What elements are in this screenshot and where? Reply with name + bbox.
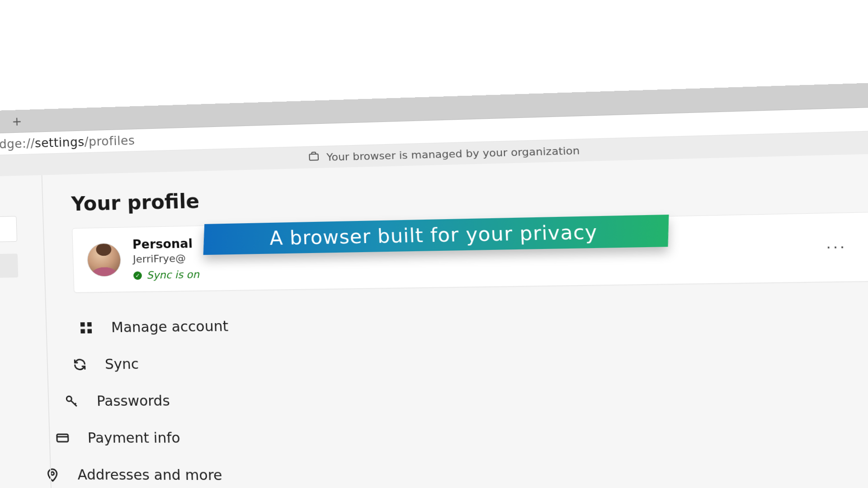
svg-rect-3 [80,329,85,333]
svg-rect-0 [310,154,319,160]
privacy-promo-text: A browser built for your privacy [269,221,598,249]
location-icon [43,467,62,482]
sync-status-label: Sync is on [146,268,200,281]
grid-icon [76,320,95,335]
addresses-label: Addresses and more [77,466,222,483]
url-host: settings [35,135,85,150]
manage-account-row[interactable]: Manage account [75,298,868,346]
manage-account-label: Manage account [111,318,228,335]
profile-more-button[interactable]: ··· [821,236,853,258]
sidebar-item-profiles[interactable] [0,253,18,278]
avatar [87,243,121,277]
profile-card: Personal JerriFrye@ Sync is on ··· Sign … [72,210,868,293]
sync-icon [71,357,90,372]
settings-content: Your profile + Add profile Personal Jerr… [0,150,868,488]
passwords-row[interactable]: Passwords [60,377,868,419]
check-circle-icon [133,271,142,280]
sync-label: Sync [105,356,139,372]
card-icon [53,430,72,445]
passwords-label: Passwords [96,393,170,409]
managed-by-org-text: Your browser is managed by your organiza… [326,144,580,163]
briefcase-icon [308,150,320,164]
new-tab-button[interactable]: + [9,113,25,129]
payment-info-label: Payment info [87,430,180,446]
key-icon [62,394,81,408]
svg-rect-6 [57,434,68,441]
sync-status: Sync is on [133,268,228,281]
svg-rect-1 [80,322,85,327]
addresses-row[interactable]: Addresses and more [41,456,868,488]
svg-rect-4 [87,329,92,333]
payment-info-row[interactable]: Payment info [51,418,868,458]
svg-point-5 [66,396,71,401]
settings-search-input[interactable] [0,216,17,243]
svg-point-7 [51,472,54,475]
url-scheme: edge:// [0,136,35,151]
privacy-promo-banner: A browser built for your privacy [203,215,669,255]
url-path: /profiles [84,133,135,149]
svg-rect-2 [87,322,92,327]
page-title: Your profile [71,190,200,216]
